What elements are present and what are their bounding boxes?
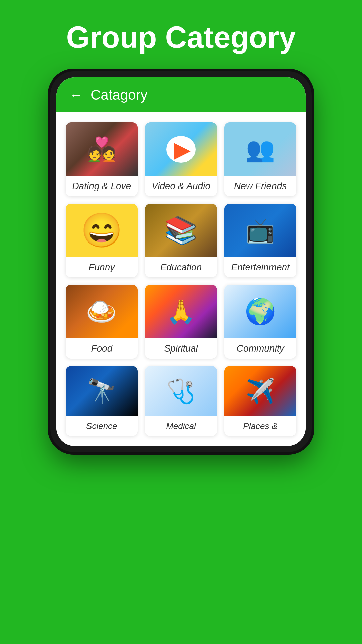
category-image-entertainment [224, 204, 296, 257]
category-label-funny: Funny [66, 257, 138, 277]
category-card-science[interactable]: Science [66, 366, 138, 436]
category-card-medical[interactable]: Medical [145, 366, 217, 436]
category-card-dating-love[interactable]: Dating & Love [66, 122, 138, 196]
category-image-spiritual [145, 285, 217, 338]
category-label-dating-love: Dating & Love [66, 176, 138, 196]
category-image-science [66, 366, 138, 416]
category-card-video-audio[interactable]: Video & Audio [145, 122, 217, 196]
category-label-science: Science [66, 416, 138, 436]
categories-grid: Dating & LoveVideo & AudioNew FriendsFun… [66, 122, 296, 446]
category-image-food [66, 285, 138, 338]
category-card-community[interactable]: Community [224, 285, 296, 359]
category-image-medical [145, 366, 217, 416]
page-title: Group Category [0, 0, 362, 71]
category-label-new-friends: New Friends [224, 176, 296, 196]
category-label-community: Community [224, 338, 296, 359]
category-label-food: Food [66, 338, 138, 359]
category-card-spiritual[interactable]: Spiritual [145, 285, 217, 359]
category-card-education[interactable]: Education [145, 204, 217, 277]
category-card-new-friends[interactable]: New Friends [224, 122, 296, 196]
category-card-food[interactable]: Food [66, 285, 138, 359]
phone-device: ← Catagory Dating & LoveVideo & AudioNew… [50, 71, 312, 452]
category-image-education [145, 204, 217, 257]
category-label-spiritual: Spiritual [145, 338, 217, 359]
category-card-funny[interactable]: Funny [66, 204, 138, 277]
category-card-places[interactable]: Places & [224, 366, 296, 436]
category-image-funny [66, 204, 138, 257]
category-image-video-audio [145, 122, 217, 176]
category-label-education: Education [145, 257, 217, 277]
category-label-video-audio: Video & Audio [145, 176, 217, 196]
category-card-entertainment[interactable]: Entertainment [224, 204, 296, 277]
category-image-places [224, 366, 296, 416]
category-image-new-friends [224, 122, 296, 176]
app-header: ← Catagory [56, 77, 306, 112]
back-button[interactable]: ← [70, 88, 82, 102]
category-label-places: Places & [224, 416, 296, 436]
category-label-entertainment: Entertainment [224, 257, 296, 277]
category-image-community [224, 285, 296, 338]
header-title: Catagory [90, 87, 147, 103]
category-label-medical: Medical [145, 416, 217, 436]
categories-container: Dating & LoveVideo & AudioNew FriendsFun… [56, 112, 306, 446]
phone-screen: ← Catagory Dating & LoveVideo & AudioNew… [56, 77, 306, 446]
category-image-dating-love [66, 122, 138, 176]
